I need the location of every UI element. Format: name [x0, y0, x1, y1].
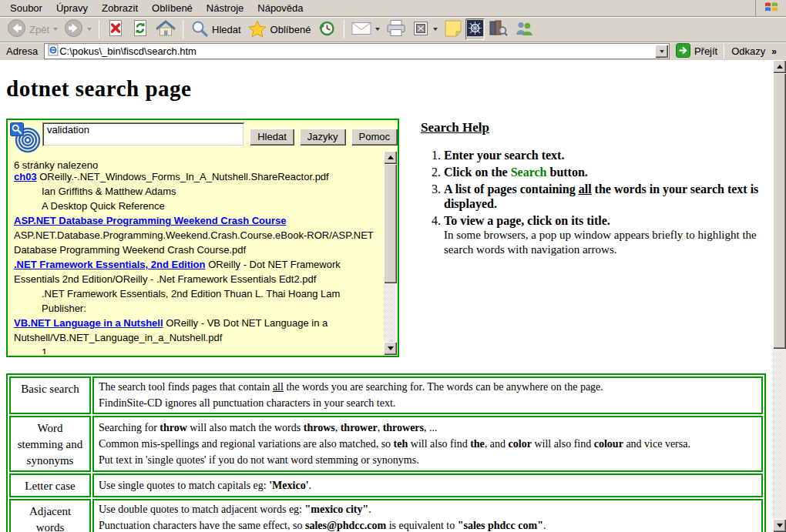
- go-button[interactable]: Přejít: [670, 43, 724, 60]
- result-title-link[interactable]: ASP.NET Database Programming Weekend Cra…: [14, 215, 287, 226]
- chevron-down-icon: [660, 50, 664, 53]
- stop-icon: [106, 18, 125, 40]
- toolbar-separator: [344, 20, 344, 38]
- page-content: dotnet search page: [0, 60, 773, 532]
- forward-icon: [64, 18, 83, 40]
- menu-item[interactable]: Nástroje: [200, 0, 250, 16]
- messenger-icon: [514, 19, 534, 39]
- help-item: A list of pages containing all the words…: [444, 182, 773, 211]
- address-input[interactable]: [59, 45, 655, 57]
- note-button[interactable]: [441, 18, 465, 41]
- results-scrollbar[interactable]: [384, 151, 397, 355]
- addon-icon: [467, 20, 483, 38]
- scroll-down-button[interactable]: [384, 342, 397, 355]
- scroll-up-button[interactable]: [384, 151, 397, 164]
- favorites-button[interactable]: Oblíbené: [244, 18, 314, 42]
- findinsite-logo-icon: [10, 122, 41, 153]
- back-label: Zpět: [29, 24, 49, 35]
- chevron-more-icon[interactable]: »: [771, 46, 777, 57]
- addon-button[interactable]: [465, 18, 485, 40]
- mail-button[interactable]: [348, 19, 383, 40]
- menu-item[interactable]: Oblíbené: [145, 0, 200, 16]
- result-path: OReilly.-.NET_Windows_Forms_In_A_Nutshel…: [37, 171, 329, 182]
- back-icon: [7, 18, 26, 40]
- address-input-wrap: [44, 43, 670, 59]
- print-button[interactable]: [383, 18, 409, 41]
- table-row-label: Basic search: [9, 376, 91, 414]
- toolbar-separator: [99, 20, 99, 38]
- refresh-button[interactable]: [128, 17, 153, 42]
- stop-button[interactable]: [103, 17, 128, 42]
- windows-logo-icon: [764, 0, 779, 16]
- messenger-button[interactable]: [511, 18, 537, 41]
- address-dropdown-button[interactable]: [655, 45, 668, 58]
- browser-window: SouborÚpravyZobrazitOblíbenéNástrojeNápo…: [0, 0, 786, 532]
- search-results: ch03 OReilly.-.NET_Windows_Forms_In_A_Nu…: [14, 169, 377, 354]
- result-detail: A Desktop Quick Reference: [14, 199, 377, 213]
- print-icon: [386, 19, 406, 39]
- menu-item[interactable]: Úpravy: [49, 0, 95, 16]
- favorites-star-icon: [247, 19, 267, 40]
- address-label: Adresa: [2, 45, 44, 57]
- links-label: Odkazy: [731, 45, 765, 57]
- search-query-input[interactable]: [42, 122, 244, 146]
- scrollbar-thumb[interactable]: [384, 164, 397, 283]
- edit-dropdown-icon[interactable]: [433, 28, 438, 31]
- menu-item[interactable]: Zobrazit: [95, 0, 145, 16]
- back-button[interactable]: Zpět: [4, 17, 61, 42]
- arrow-down-icon: [388, 346, 394, 350]
- search-box-button[interactable]: Hledat: [250, 129, 294, 146]
- arrow-up-icon: [777, 65, 783, 69]
- favorites-label: Oblíbené: [270, 24, 311, 35]
- result-title-link[interactable]: ch03: [14, 171, 37, 182]
- table-row: Word stemming and synonymsSearching for …: [9, 416, 763, 472]
- result-entry: .NET Framework Essentials, 2nd Edition O…: [14, 257, 377, 286]
- result-title-link[interactable]: VB.NET Language in a Nutshell: [14, 317, 163, 329]
- standard-toolbar: Zpět: [0, 17, 786, 42]
- search-buttons: HledatJazykyPomoc: [250, 129, 398, 146]
- table-row-content: Use double quotes to match adjacent word…: [92, 499, 763, 532]
- note-icon: [444, 19, 462, 39]
- menu-item[interactable]: Soubor: [3, 0, 49, 16]
- refresh-icon: [131, 18, 149, 40]
- go-icon: [676, 43, 690, 60]
- home-icon: [156, 19, 176, 40]
- search-box-button[interactable]: Pomoc: [351, 129, 398, 146]
- edit-icon: [412, 20, 429, 39]
- page-viewport: dotnet search page: [0, 60, 786, 532]
- search-help-section: Search Help Enter your search text.Click…: [421, 119, 773, 259]
- research-button[interactable]: [485, 18, 511, 41]
- scroll-up-button[interactable]: [773, 60, 786, 73]
- help-item: Enter your search text.: [444, 148, 773, 162]
- help-item-note: In some browsers, a pop up window appear…: [444, 228, 773, 257]
- menu-item[interactable]: Nápověda: [250, 0, 310, 16]
- table-row-content: Use single quotes to match capitals eg: …: [92, 473, 763, 497]
- table-row: Letter caseUse single quotes to match ca…: [9, 473, 763, 497]
- throbber-box: [755, 0, 786, 16]
- history-icon: [317, 19, 337, 40]
- search-panel: HledatJazykyPomoc 6 stránky nalezeno ch0…: [6, 119, 399, 357]
- mail-dropdown-icon[interactable]: [375, 28, 380, 31]
- arrow-down-icon: [777, 524, 783, 527]
- search-info-table: Basic searchThe search tool finds pages …: [6, 373, 766, 532]
- search-toolbar-button[interactable]: Hledat: [187, 18, 244, 42]
- scroll-down-button[interactable]: [773, 519, 786, 532]
- go-label: Přejít: [694, 45, 717, 57]
- result-title-link[interactable]: .NET Framework Essentials, 2nd Edition: [14, 259, 206, 270]
- search-box-button[interactable]: Jazyky: [300, 129, 346, 146]
- links-button[interactable]: Odkazy »: [724, 43, 784, 60]
- window-scrollbar[interactable]: [773, 60, 786, 532]
- edit-button[interactable]: [409, 18, 441, 41]
- scrollbar-thumb[interactable]: [773, 73, 786, 349]
- toolbar-separator: [183, 20, 183, 38]
- table-row-label: Letter case: [9, 473, 91, 497]
- back-dropdown-icon[interactable]: [53, 28, 58, 31]
- forward-dropdown-icon[interactable]: [87, 28, 92, 31]
- home-button[interactable]: [153, 18, 179, 42]
- search-label: Hledat: [212, 24, 241, 35]
- mail-icon: [351, 21, 371, 38]
- history-button[interactable]: [314, 18, 340, 42]
- page-title: dotnet search page: [6, 76, 773, 102]
- forward-button[interactable]: [61, 17, 95, 42]
- table-row-content: The search tool finds pages that contain…: [92, 376, 763, 414]
